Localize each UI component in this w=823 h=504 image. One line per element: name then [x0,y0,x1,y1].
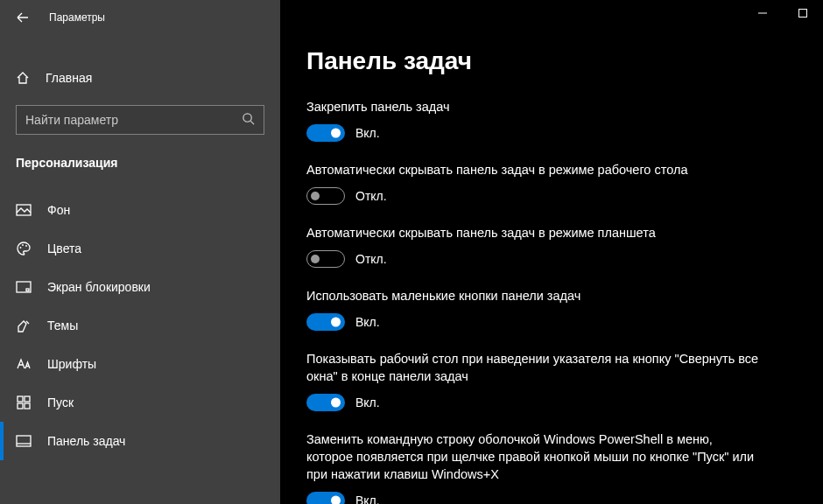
nav-label: Экран блокировки [47,280,151,294]
fonts-icon [16,358,32,370]
setting-label: Закрепить панель задач [306,98,762,116]
window-controls [742,0,823,26]
svg-rect-11 [17,436,31,446]
svg-point-3 [22,244,24,246]
nav-item-themes[interactable]: Темы [0,306,280,345]
toggle-small-buttons[interactable] [306,313,345,331]
setting-label: Показывать рабочий стол при наведении ук… [306,350,762,385]
titlebar: Параметры [0,0,280,35]
setting-label: Автоматически скрывать панель задач в ре… [306,224,762,242]
setting-peek-desktop: Показывать рабочий стол при наведении ук… [306,350,762,411]
main-content: Панель задач Закрепить панель задач Вкл.… [280,0,823,504]
setting-autohide-tablet: Автоматически скрывать панель задач в ре… [306,224,762,268]
setting-small-buttons: Использовать маленькие кнопки панели зад… [306,287,762,331]
nav-label: Панель задач [47,434,125,448]
minimize-button[interactable] [742,0,783,26]
svg-rect-7 [18,396,23,402]
setting-label: Заменить командную строку оболочкой Wind… [306,430,762,483]
nav-item-fonts[interactable]: Шрифты [0,345,280,383]
svg-point-2 [20,247,22,248]
page-title: Панель задач [306,47,797,75]
nav-label: Фон [47,203,70,217]
back-icon[interactable] [16,10,30,24]
maximize-button[interactable] [783,0,823,26]
nav-label: Темы [47,318,78,332]
svg-rect-8 [25,396,30,402]
home-nav[interactable]: Главная [0,60,280,96]
start-icon [16,396,32,410]
nav-label: Шрифты [47,357,96,371]
nav-item-taskbar[interactable]: Панель задач [0,422,280,460]
nav-label: Пуск [47,396,74,410]
toggle-lock-taskbar[interactable] [306,124,345,142]
nav-item-colors[interactable]: Цвета [0,229,280,268]
svg-point-4 [25,245,27,247]
nav-item-lockscreen[interactable]: Экран блокировки [0,268,280,306]
svg-rect-6 [26,289,29,291]
setting-autohide-desktop: Автоматически скрывать панель задач в ре… [306,161,762,205]
nav-list: Фон Цвета Экран блокировки Темы [0,191,280,460]
toggle-state-label: Вкл. [355,494,380,504]
svg-point-0 [243,114,251,122]
toggle-state-label: Вкл. [355,126,380,140]
toggle-autohide-desktop[interactable] [306,187,345,205]
toggle-state-label: Откл. [355,252,387,266]
taskbar-icon [16,435,32,447]
themes-icon [16,318,32,332]
sidebar: Параметры Главная Найти параметр Персона… [0,0,280,504]
home-label: Главная [46,71,92,85]
category-label: Персонализация [0,136,280,175]
nav-label: Цвета [47,242,81,256]
setting-label: Использовать маленькие кнопки панели зад… [306,287,762,304]
toggle-autohide-tablet[interactable] [306,250,345,268]
toggle-state-label: Вкл. [355,396,380,410]
nav-item-background[interactable]: Фон [0,191,280,229]
setting-powershell: Заменить командную строку оболочкой Wind… [306,430,762,504]
svg-rect-10 [25,403,30,409]
setting-label: Автоматически скрывать панель задач в ре… [306,161,762,178]
toggle-powershell[interactable] [306,492,345,504]
picture-icon [16,204,32,216]
svg-rect-9 [18,403,23,409]
nav-item-start[interactable]: Пуск [0,383,280,422]
palette-icon [16,241,32,256]
search-icon [242,112,255,128]
toggle-state-label: Вкл. [355,315,380,329]
toggle-state-label: Откл. [355,189,387,203]
svg-rect-14 [799,10,807,18]
toggle-peek-desktop[interactable] [306,394,345,411]
home-icon [16,71,30,85]
titlebar-title: Параметры [49,11,105,24]
search-placeholder: Найти параметр [25,113,118,127]
setting-lock-taskbar: Закрепить панель задач Вкл. [306,98,762,142]
search-input[interactable]: Найти параметр [16,105,264,135]
lockscreen-icon [16,281,32,293]
